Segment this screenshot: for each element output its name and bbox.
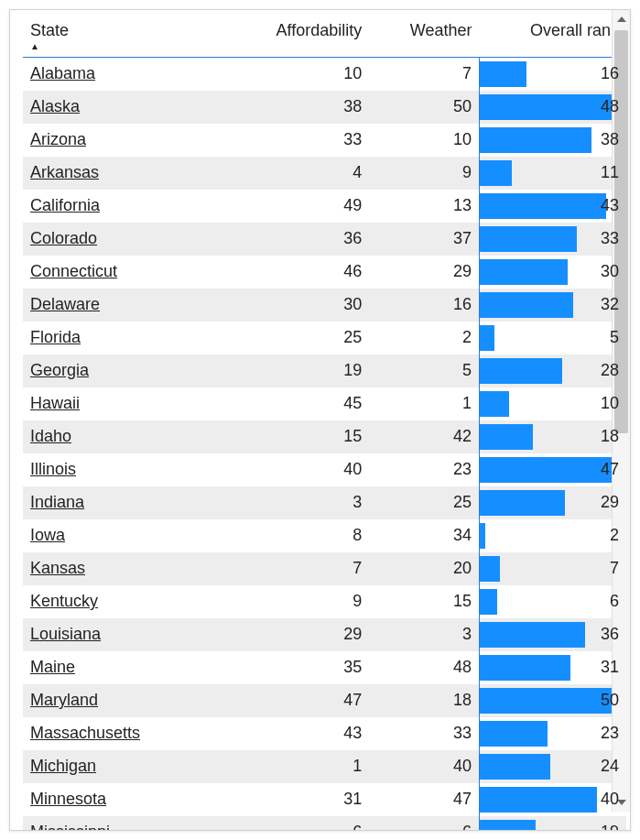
state-link[interactable]: Massachusetts [30,724,140,742]
rank-value: 31 [601,658,619,676]
table-scroll-area: State ▲ Affordability Weather Overall ra… [10,10,630,830]
state-cell: Arkansas [23,157,222,190]
state-link[interactable]: Maryland [30,691,98,709]
col-header-state[interactable]: State ▲ [23,17,222,58]
state-cell: Kentucky [23,585,222,618]
rank-value: 29 [601,493,619,511]
weather-cell: 33 [369,717,479,750]
state-link[interactable]: California [30,196,100,214]
table-row[interactable]: California491343 [23,190,626,223]
state-link[interactable]: Idaho [30,427,71,445]
affordability-cell: 9 [222,585,369,618]
state-cell: California [23,190,222,223]
state-cell: Illinois [23,453,222,486]
weather-cell: 9 [369,157,479,190]
table-row[interactable]: Kansas7207 [23,552,626,585]
table-row[interactable]: Georgia19528 [23,355,626,387]
weather-cell: 2 [369,322,479,355]
table-row[interactable]: Idaho154218 [23,420,626,453]
overall-rank-cell: 18 [480,420,626,453]
rank-bar [480,655,570,681]
rank-bar [480,292,573,318]
table-row[interactable]: Maine354831 [23,651,626,684]
affordability-cell: 49 [222,190,369,223]
state-link[interactable]: Arkansas [30,163,99,181]
table-row[interactable]: Mississippi6619 [23,816,626,831]
state-link[interactable]: Alabama [30,64,95,82]
state-cell: Florida [23,322,222,355]
table-row[interactable]: Hawaii45110 [23,387,626,420]
state-link[interactable]: Michigan [30,757,96,775]
state-link[interactable]: Hawaii [30,394,80,412]
state-link[interactable]: Georgia [30,361,89,379]
state-cell: Delaware [23,289,222,322]
table-row[interactable]: Minnesota314740 [23,783,626,816]
state-link[interactable]: Louisiana [30,625,101,643]
overall-rank-cell: 6 [480,585,626,618]
state-link[interactable]: Delaware [30,295,100,313]
weather-cell: 40 [369,750,479,783]
affordability-cell: 15 [222,420,369,453]
state-link[interactable]: Connecticut [30,262,117,280]
state-cell: Alaska [23,91,222,124]
weather-cell: 25 [369,486,479,519]
overall-rank-cell: 50 [480,684,626,717]
table-row[interactable]: Iowa8342 [23,519,626,552]
state-link[interactable]: Kentucky [30,592,98,610]
state-cell: Alabama [23,58,222,91]
table-row[interactable]: Kentucky9156 [23,585,626,618]
overall-rank-cell: 43 [480,190,626,223]
table-row[interactable]: Florida2525 [23,322,626,355]
state-cell: Iowa [23,519,222,552]
col-header-overall-rank[interactable]: Overall rank [480,17,626,58]
affordability-cell: 25 [222,322,369,355]
col-header-affordability-label: Affordability [276,21,362,39]
table-row[interactable]: Alabama10716 [23,58,626,91]
rank-bar [480,787,597,813]
overall-rank-cell: 28 [480,355,626,387]
state-link[interactable]: Minnesota [30,790,106,808]
table-row[interactable]: Alaska385048 [23,91,626,124]
table-row[interactable]: Delaware301632 [23,289,626,322]
scroll-up-arrow-icon[interactable] [613,10,630,28]
table-row[interactable]: Connecticut462930 [23,256,626,289]
state-link[interactable]: Maine [30,658,75,676]
table-row[interactable]: Indiana32529 [23,486,626,519]
affordability-cell: 46 [222,256,369,289]
state-link[interactable]: Illinois [30,460,76,478]
table-row[interactable]: Colorado363733 [23,223,626,256]
table-row[interactable]: Arkansas4911 [23,157,626,190]
state-link[interactable]: Florida [30,328,81,346]
table-row[interactable]: Michigan14024 [23,750,626,783]
state-link[interactable]: Alaska [30,97,80,115]
state-link[interactable]: Kansas [30,559,85,577]
weather-cell: 6 [369,816,479,831]
table-row[interactable]: Massachusetts433323 [23,717,626,750]
rank-value: 47 [601,460,619,478]
rank-bar [480,721,548,747]
overall-rank-cell: 40 [480,783,626,816]
state-cell: Georgia [23,355,222,387]
rank-bar [480,259,568,285]
sort-ascending-icon: ▲ [30,42,215,51]
affordability-cell: 33 [222,124,369,157]
state-link[interactable]: Colorado [30,229,97,247]
rank-value: 28 [601,361,619,379]
table-row[interactable]: Maryland471850 [23,684,626,717]
table-row[interactable]: Arizona331038 [23,124,626,157]
table-row[interactable]: Illinois402347 [23,453,626,486]
state-link[interactable]: Indiana [30,493,84,511]
affordability-cell: 19 [222,355,369,387]
affordability-cell: 35 [222,651,369,684]
overall-rank-cell: 33 [480,223,626,256]
table-row[interactable]: Louisiana29336 [23,618,626,651]
rank-value: 30 [601,262,619,280]
state-link[interactable]: Iowa [30,526,65,544]
col-header-weather[interactable]: Weather [369,17,479,58]
state-cell: Maryland [23,684,222,717]
state-link[interactable]: Arizona [30,130,86,148]
col-header-affordability[interactable]: Affordability [222,17,369,58]
affordability-cell: 36 [222,223,369,256]
state-link[interactable]: Mississippi [30,823,110,830]
affordability-cell: 7 [222,552,369,585]
